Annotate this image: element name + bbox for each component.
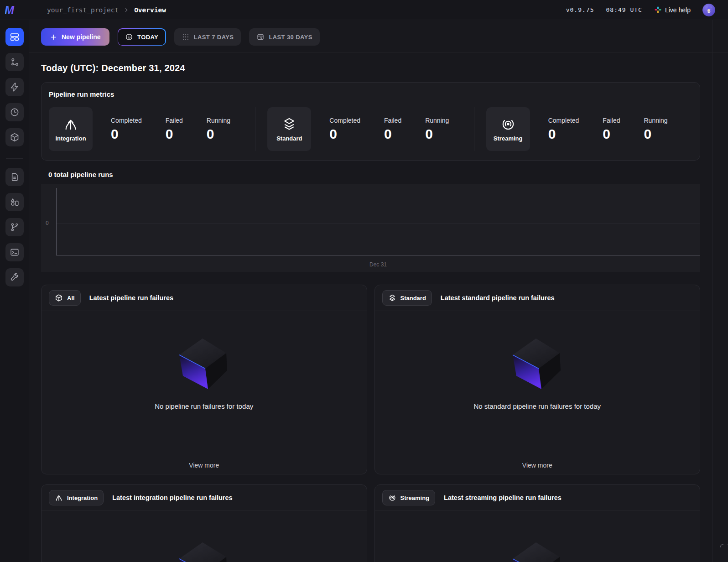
new-pipeline-button[interactable]: New pipeline — [41, 28, 109, 46]
stat-running: Running 0 — [644, 117, 668, 142]
sidebar — [0, 20, 29, 562]
today-label: TODAY — [137, 34, 158, 41]
metrics-card-title: Pipeline run metrics — [49, 90, 692, 98]
sidebar-item-pipeline-runs[interactable] — [5, 103, 24, 121]
empty-cube-illustration — [508, 540, 567, 562]
terminal-icon — [10, 247, 20, 257]
user-avatar[interactable] — [702, 4, 715, 16]
wrench-icon — [10, 272, 20, 282]
sidebar-divider — [6, 158, 23, 159]
last-30-days-label: LAST 30 DAYS — [269, 34, 312, 41]
card-title: Latest standard pipeline run failures — [441, 294, 555, 302]
live-help-button[interactable]: Live help — [654, 6, 691, 14]
card-title: Latest pipeline run failures — [89, 294, 174, 302]
dashboard-icon — [10, 32, 20, 42]
mage-logo[interactable]: M — [5, 4, 17, 16]
chart-plot-area: 0 — [56, 188, 700, 255]
badge-integration[interactable]: Integration — [49, 490, 104, 505]
stat-failed: Failed 0 — [384, 117, 401, 142]
card-header: Integration Latest integration pipeline … — [42, 485, 367, 511]
layers-icon — [388, 294, 396, 302]
failure-card-standard: Standard Latest standard pipeline run fa… — [374, 285, 701, 474]
gridline — [57, 224, 700, 224]
breadcrumb-page[interactable]: Overview — [134, 6, 166, 14]
failure-card-streaming: Streaming Latest streaming pipeline run … — [374, 484, 701, 562]
integration-icon — [55, 494, 63, 502]
badge-streaming[interactable]: Streaming — [382, 490, 436, 505]
total-pipeline-runs-title: 0 total pipeline runs — [48, 171, 728, 178]
view-more-button[interactable]: View more — [375, 456, 700, 474]
last-30-days-filter-button[interactable]: LAST 30 DAYS — [249, 28, 319, 46]
empty-cube-illustration — [508, 336, 567, 395]
stat-completed: Completed 0 — [329, 117, 360, 142]
sidebar-item-files[interactable] — [5, 168, 24, 186]
integration-tile: Integration — [49, 107, 93, 151]
stat-running: Running 0 — [425, 117, 449, 142]
mage-logo-icon: M — [5, 4, 17, 16]
streaming-icon — [500, 116, 516, 132]
y-axis-tick: 0 — [46, 220, 49, 226]
slack-icon — [654, 6, 662, 14]
card-header: Standard Latest standard pipeline run fa… — [375, 285, 700, 311]
app-root: M your_first_project Overview v0.9.75 08… — [0, 0, 728, 562]
dots-grid-icon — [182, 33, 190, 41]
layers-icon — [281, 116, 297, 132]
cube-icon — [55, 294, 63, 302]
streaming-tile-label: Streaming — [494, 135, 523, 142]
breadcrumb-project[interactable]: your_first_project — [47, 6, 119, 14]
streaming-tile: Streaming — [486, 107, 530, 151]
view-more-button[interactable]: View more — [42, 456, 367, 474]
last-7-days-filter-button[interactable]: LAST 7 DAYS — [174, 28, 241, 46]
scrollbar-track — [712, 20, 712, 562]
pipeline-runs-chart: 0 Dec 31 — [41, 184, 700, 272]
card-title: Latest streaming pipeline run failures — [444, 494, 562, 501]
calendar-icon — [256, 33, 265, 41]
svg-text:M: M — [5, 4, 15, 16]
streaming-icon — [388, 494, 396, 502]
card-body — [42, 511, 367, 562]
failure-card-all: All Latest pipeline run failures No pipe… — [41, 285, 367, 474]
badge-standard[interactable]: Standard — [382, 290, 432, 306]
version-label: v0.9.75 — [566, 6, 594, 13]
smiley-icon — [125, 33, 133, 41]
file-icon — [10, 172, 20, 182]
sidebar-item-settings[interactable] — [5, 268, 24, 286]
stat-completed: Completed 0 — [111, 117, 142, 142]
sidebar-item-terminal[interactable] — [5, 243, 24, 261]
card-body — [375, 511, 700, 562]
card-body: No pipeline run failures for today — [42, 311, 367, 456]
pipeline-run-metrics-card: Pipeline run metrics Integration Complet… — [41, 82, 700, 161]
sidebar-item-templates[interactable] — [5, 193, 24, 211]
stat-completed: Completed 0 — [548, 117, 579, 142]
card-title: Latest integration pipeline run failures — [112, 494, 232, 501]
integration-tile-label: Integration — [55, 135, 86, 142]
last-7-days-label: LAST 7 DAYS — [194, 34, 234, 41]
standard-tile: Standard — [267, 107, 311, 151]
standard-stats: Completed 0 Failed 0 Running 0 — [329, 117, 449, 142]
git-branch-icon — [10, 222, 20, 232]
lightning-icon — [10, 82, 20, 92]
integration-stats: Completed 0 Failed 0 Running 0 — [111, 117, 230, 142]
top-bar: M your_first_project Overview v0.9.75 08… — [0, 0, 728, 20]
metrics-group-integration: Integration Completed 0 Failed 0 Running — [49, 107, 255, 151]
scrollbar-thumb[interactable] — [720, 544, 728, 562]
sidebar-item-global-data-products[interactable] — [5, 128, 24, 146]
card-header: Streaming Latest streaming pipeline run … — [375, 485, 700, 511]
pipelines-tree-icon — [10, 57, 20, 67]
metrics-group-streaming: Streaming Completed 0 Failed 0 Running — [474, 107, 692, 151]
sidebar-item-pipelines[interactable] — [5, 53, 24, 71]
sidebar-item-triggers[interactable] — [5, 78, 24, 96]
live-help-label: Live help — [665, 6, 691, 14]
empty-cube-illustration — [174, 540, 234, 562]
main-content: New pipeline TODAY LAST 7 DAYS LAST 30 D… — [29, 20, 728, 562]
clock-icon — [10, 107, 20, 117]
sidebar-item-version-control[interactable] — [5, 218, 24, 236]
today-filter-button[interactable]: TODAY — [118, 28, 166, 46]
empty-state-message: No pipeline run failures for today — [155, 402, 253, 410]
today-filter-inner[interactable]: TODAY — [118, 29, 165, 45]
stat-failed: Failed 0 — [166, 117, 183, 142]
new-pipeline-label: New pipeline — [62, 33, 101, 41]
card-body: No standard pipeline run failures for to… — [375, 311, 700, 456]
sidebar-item-dashboard[interactable] — [5, 28, 24, 46]
badge-all[interactable]: All — [49, 290, 81, 306]
